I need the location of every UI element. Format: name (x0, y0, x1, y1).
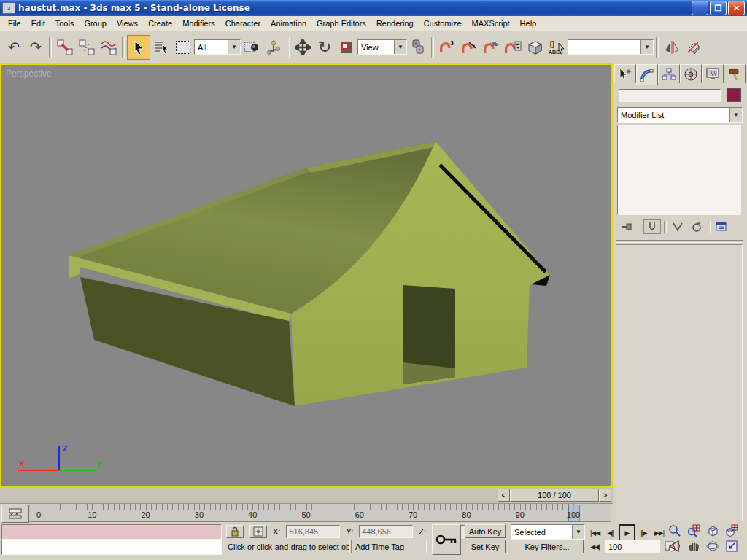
selection-filter-combo[interactable]: All ▼ (194, 39, 241, 55)
add-time-tag[interactable]: Add Time Tag (351, 540, 427, 553)
angle-snap-button[interactable] (458, 36, 480, 59)
tab-utilities[interactable] (724, 64, 746, 83)
object-name-field[interactable] (619, 89, 721, 102)
menu-item-maxscript[interactable]: MAXScript (467, 18, 515, 29)
set-key-button[interactable]: Set Key (465, 540, 506, 553)
menu-item-rendering[interactable]: Rendering (371, 18, 419, 29)
maxscript-macro-recorder-field[interactable] (1, 524, 222, 540)
maxscript-listener-field[interactable] (1, 540, 222, 555)
time-slider-track[interactable]: < 100 / 100 > (0, 487, 613, 504)
tab-motion[interactable] (680, 64, 702, 83)
time-slider-prev-button[interactable]: < (498, 489, 510, 502)
tab-modify[interactable] (636, 64, 658, 85)
min-max-toggle-icon[interactable] (725, 540, 738, 553)
pan-icon[interactable] (687, 540, 700, 553)
select-by-name-button[interactable] (150, 36, 172, 59)
modifier-stack-list[interactable] (617, 125, 741, 215)
viewport-label[interactable]: Perspective (6, 69, 52, 79)
pin-stack-button[interactable] (619, 220, 635, 233)
close-button[interactable]: ✕ (728, 1, 745, 15)
unlink-selection-button[interactable] (76, 36, 98, 59)
bind-to-spacewarp-button[interactable] (98, 36, 120, 59)
play-button[interactable]: ▶ (619, 524, 635, 541)
configure-modifier-sets-button[interactable] (713, 220, 729, 233)
menu-item-character[interactable]: Character (220, 18, 266, 29)
absolute-offset-mode-toggle[interactable] (249, 525, 267, 538)
menu-item-file[interactable]: File (3, 18, 26, 29)
redo-button[interactable]: ↷ (25, 36, 47, 59)
minimize-button[interactable]: _ (692, 1, 708, 15)
menu-item-tools[interactable]: Tools (50, 18, 80, 29)
menu-item-views[interactable]: Views (112, 18, 143, 29)
key-filter-combo[interactable]: Selected ▼ (511, 524, 585, 540)
zoom-icon[interactable] (668, 524, 681, 537)
chevron-down-icon[interactable]: ▼ (394, 40, 406, 54)
menu-item-modifiers[interactable]: Modifiers (177, 18, 220, 29)
use-pivot-point-center-button[interactable] (407, 36, 429, 59)
percent-snap-button[interactable]: % (480, 36, 502, 59)
zoom-extents-all-icon[interactable] (725, 524, 738, 537)
undo-button[interactable]: ↶ (3, 36, 25, 59)
select-and-rotate-button[interactable]: ↻ (314, 36, 336, 59)
next-frame-button[interactable]: ||▶ (637, 526, 651, 540)
menu-item-group[interactable]: Group (79, 18, 112, 29)
axis-tripod: X Y Z (18, 444, 102, 470)
current-frame-field[interactable]: 100 (605, 540, 660, 553)
goto-end-button[interactable]: ▶▶| (652, 526, 666, 540)
zoom-all-icon[interactable] (687, 524, 700, 537)
chevron-down-icon[interactable]: ▼ (228, 40, 240, 54)
menu-item-customize[interactable]: Customize (419, 18, 467, 29)
auto-key-button[interactable]: Auto Key (465, 524, 506, 538)
snap-toggle-button[interactable]: 3 (436, 36, 458, 59)
x-coord-field[interactable]: 516,845 (286, 525, 340, 538)
menu-item-help[interactable]: Help (515, 18, 542, 29)
tab-hierarchy[interactable] (658, 64, 680, 83)
modifier-list-combo[interactable]: Modifier List ▼ (617, 107, 743, 122)
house-model[interactable]: X Y Z (1, 65, 611, 486)
chevron-down-icon[interactable]: ▼ (729, 108, 742, 122)
set-keys-button[interactable] (432, 524, 461, 555)
menu-item-create[interactable]: Create (143, 18, 177, 29)
arc-rotate-icon[interactable] (706, 540, 719, 553)
select-and-link-button[interactable] (54, 36, 76, 59)
selection-lock-toggle[interactable] (226, 525, 244, 538)
restore-button[interactable]: ❐ (710, 1, 727, 15)
y-coord-field[interactable]: 448,656 (359, 525, 413, 538)
tab-create[interactable] (614, 64, 636, 83)
window-crossing-button[interactable] (241, 36, 263, 59)
rectangular-selection-region-button[interactable] (172, 36, 194, 59)
menu-item-edit[interactable]: Edit (26, 18, 50, 29)
menu-item-animation[interactable]: Animation (266, 18, 311, 29)
open-mini-curve-editor-button[interactable] (1, 505, 29, 523)
reference-coordinate-system-combo[interactable]: View ▼ (357, 39, 407, 55)
key-filters-button[interactable]: Key Filters... (511, 540, 584, 553)
time-slider-frame-display[interactable]: 100 / 100 (510, 489, 599, 502)
make-unique-button[interactable] (670, 220, 686, 233)
menu-item-graph-editors[interactable]: Graph Editors (311, 18, 371, 29)
goto-start-button[interactable]: |◀◀ (588, 526, 602, 540)
trackbar-tick-label: 0 (36, 510, 41, 519)
select-and-move-button[interactable] (292, 36, 314, 59)
trackbar-ruler[interactable]: 0102030405060708090100 (29, 504, 611, 522)
time-slider-next-button[interactable]: > (599, 489, 611, 502)
previous-frame-button[interactable]: ◀|| (603, 526, 617, 540)
select-and-manipulate-button[interactable] (263, 36, 285, 59)
select-and-scale-button[interactable] (336, 36, 357, 59)
object-color-swatch[interactable] (727, 88, 741, 102)
spinner-snap-button[interactable] (502, 36, 524, 59)
edit-named-selection-sets-button[interactable] (524, 36, 546, 59)
select-object-button[interactable] (127, 35, 150, 60)
show-end-result-button[interactable] (643, 219, 661, 234)
mirror-button[interactable] (661, 36, 683, 59)
field-of-view-icon[interactable] (668, 540, 681, 553)
perspective-viewport[interactable]: Perspective (0, 63, 613, 487)
tab-display[interactable] (702, 64, 724, 83)
chevron-down-icon[interactable]: ▼ (572, 525, 584, 539)
zoom-extents-icon[interactable] (706, 524, 719, 537)
align-button[interactable] (683, 36, 705, 59)
chevron-down-icon[interactable]: ▼ (640, 40, 653, 54)
time-slider-handle[interactable]: < 100 / 100 > (498, 489, 611, 502)
named-selection-combo[interactable]: ▼ (568, 39, 654, 55)
remove-modifier-button[interactable] (689, 220, 705, 233)
key-mode-toggle[interactable]: ◀◀| (588, 540, 602, 553)
